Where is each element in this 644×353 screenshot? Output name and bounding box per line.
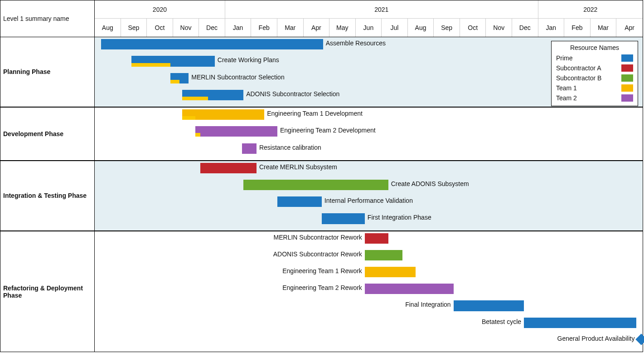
timeline-header: Level 1 summary name 202020212022 AugSep… bbox=[0, 0, 643, 37]
legend-label: Subcontractor B bbox=[556, 74, 601, 82]
month-cell: Nov bbox=[486, 19, 512, 37]
timeline-scale: 202020212022 AugSepOctNovDecJanFebMarApr… bbox=[95, 0, 643, 37]
task-label: MERLIN Subcontractor Selection bbox=[191, 74, 284, 81]
month-cell: Dec bbox=[199, 19, 225, 37]
bar bbox=[242, 143, 257, 154]
legend-label: Team 2 bbox=[556, 94, 577, 102]
task-bar: MERLIN Subcontractor Selection bbox=[170, 73, 189, 88]
year-row: 202020212022 bbox=[95, 0, 643, 19]
task-bar: Assemble Resources bbox=[101, 39, 323, 54]
bar bbox=[200, 163, 257, 173]
legend-row: Team 1 bbox=[556, 83, 633, 93]
legend-swatch bbox=[621, 64, 633, 72]
month-cell: Jan bbox=[538, 19, 565, 37]
progress-overlay bbox=[182, 116, 195, 120]
task-bar: MERLIN Subcontractor Rework bbox=[365, 233, 388, 248]
task-bar: Create MERLIN Subsystem bbox=[200, 163, 257, 178]
task-label: Create MERLIN Subsystem bbox=[259, 163, 337, 171]
phase-lane: Create MERLIN SubsystemCreate ADONIS Sub… bbox=[95, 161, 643, 231]
task-bar: ADONIS Subcontractor Selection bbox=[182, 90, 243, 105]
task-bar: Final Integration bbox=[454, 300, 524, 315]
phase-label: Integration & Testing Phase bbox=[0, 161, 94, 231]
bar bbox=[277, 196, 322, 207]
task-label: Resistance calibration bbox=[259, 144, 321, 151]
bar bbox=[195, 126, 277, 137]
legend-row: Subcontractor B bbox=[556, 73, 633, 83]
legend-swatch bbox=[621, 54, 633, 62]
legend-row: Team 2 bbox=[556, 93, 633, 103]
month-row: AugSepOctNovDecJanFebMarAprMayJunJulAugS… bbox=[95, 19, 643, 37]
month-cell: May bbox=[329, 19, 356, 37]
task-label: Final Integration bbox=[405, 301, 450, 308]
phase-label-column: Planning PhaseDevelopment PhaseIntegrati… bbox=[0, 37, 95, 352]
task-bar: Engineering Team 1 Rework bbox=[365, 267, 416, 282]
summary-column-header: Level 1 summary name bbox=[0, 0, 95, 37]
task-label: ADONIS Subcontractor Selection bbox=[246, 90, 339, 98]
task-bar: Betatest cycle bbox=[524, 318, 636, 333]
legend-label: Subcontractor A bbox=[556, 64, 601, 72]
bar bbox=[365, 233, 388, 244]
task-bar: First Integration Phase bbox=[322, 213, 365, 228]
month-cell: Aug bbox=[408, 19, 434, 37]
month-cell: Apr bbox=[616, 19, 643, 37]
task-bar: Engineering Team 2 Development bbox=[195, 126, 277, 141]
task-label: Engineering Team 1 Rework bbox=[282, 267, 362, 275]
month-cell: Oct bbox=[460, 19, 486, 37]
task-label: General Product Availability bbox=[557, 335, 635, 342]
chart-body: Planning PhaseDevelopment PhaseIntegrati… bbox=[0, 37, 643, 352]
progress-overlay bbox=[170, 80, 179, 83]
phase-label: Planning Phase bbox=[0, 37, 94, 108]
task-label: Betatest cycle bbox=[482, 318, 521, 325]
bar bbox=[365, 284, 454, 294]
task-label: Assemble Resources bbox=[326, 39, 386, 47]
task-label: First Integration Phase bbox=[368, 214, 431, 221]
phase-label: Refactoring & Deployment Phase bbox=[0, 231, 94, 352]
legend-label: Prime bbox=[556, 54, 573, 62]
legend: Resource Names PrimeSubcontractor ASubco… bbox=[551, 41, 638, 106]
diamond-icon bbox=[636, 333, 644, 345]
bar bbox=[365, 267, 416, 277]
task-label: Engineering Team 2 Rework bbox=[282, 284, 362, 291]
legend-row: Prime bbox=[556, 53, 633, 63]
legend-swatch bbox=[621, 94, 633, 102]
summary-column-label: Level 1 summary name bbox=[3, 15, 69, 22]
bar bbox=[365, 250, 402, 260]
task-bar: Create ADONIS Subsystem bbox=[243, 180, 388, 195]
phase-lane: MERLIN Subcontractor ReworkADONIS Subcon… bbox=[95, 231, 643, 352]
task-label: Engineering Team 2 Development bbox=[280, 127, 376, 134]
gantt-chart: Level 1 summary name 202020212022 AugSep… bbox=[0, 0, 643, 352]
task-label: Internal Performance Validation bbox=[324, 197, 413, 204]
progress-overlay bbox=[131, 63, 170, 67]
month-cell: Oct bbox=[147, 19, 173, 37]
bar bbox=[322, 213, 365, 224]
task-label: ADONIS Subcontractor Rework bbox=[273, 250, 362, 258]
task-label: MERLIN Subcontractor Rework bbox=[274, 234, 362, 241]
month-cell: Apr bbox=[304, 19, 330, 37]
month-cell: Jul bbox=[382, 19, 408, 37]
phase-lane: Engineering Team 1 DevelopmentEngineerin… bbox=[95, 108, 643, 161]
plot-area: Resource Names PrimeSubcontractor ASubco… bbox=[95, 37, 643, 352]
task-label: Engineering Team 1 Development bbox=[267, 110, 363, 117]
bar bbox=[454, 300, 524, 311]
legend-swatch bbox=[621, 74, 633, 82]
progress-overlay bbox=[182, 97, 208, 100]
month-cell: Sep bbox=[434, 19, 460, 37]
month-cell: Dec bbox=[512, 19, 538, 37]
month-cell: Mar bbox=[591, 19, 617, 37]
year-cell: 2020 bbox=[95, 0, 225, 18]
year-cell: 2021 bbox=[225, 0, 538, 18]
month-cell: Nov bbox=[173, 19, 199, 37]
task-bar: ADONIS Subcontractor Rework bbox=[365, 250, 402, 265]
task-bar: Engineering Team 2 Rework bbox=[365, 284, 454, 299]
month-cell: Jan bbox=[225, 19, 252, 37]
task-label: Create ADONIS Subsystem bbox=[391, 180, 469, 187]
bar bbox=[524, 318, 636, 328]
month-cell: Jun bbox=[356, 19, 382, 37]
task-label: Create Working Plans bbox=[218, 56, 279, 64]
task-bar: Resistance calibration bbox=[242, 143, 257, 158]
task-bar: Engineering Team 1 Development bbox=[182, 109, 264, 124]
legend-label: Team 1 bbox=[556, 84, 577, 92]
milestone: General Product Availability bbox=[637, 334, 644, 349]
month-cell: Feb bbox=[564, 19, 591, 37]
year-cell: 2022 bbox=[538, 0, 643, 18]
